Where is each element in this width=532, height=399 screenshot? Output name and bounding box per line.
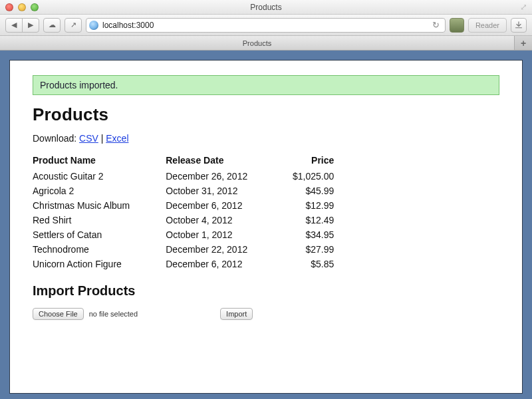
- viewport: Products imported. Products Download: CS…: [0, 51, 532, 399]
- table-row: Christmas Music Album December 6, 2012 $…: [33, 198, 340, 213]
- cell-price: $45.99: [279, 184, 341, 198]
- traffic-lights: [5, 3, 39, 11]
- table-row: Acoustic Guitar 2 December 26, 2012 $1,0…: [33, 169, 340, 184]
- cell-name: Red Shirt: [33, 213, 166, 227]
- download-icon: [515, 21, 523, 29]
- cell-name: Acoustic Guitar 2: [33, 169, 166, 184]
- file-status: no file selected: [89, 310, 138, 318]
- table-row: Red Shirt October 4, 2012 $12.49: [33, 213, 340, 227]
- cell-name: Christmas Music Album: [33, 198, 166, 213]
- page-title: Products: [33, 104, 499, 125]
- import-title: Import Products: [33, 283, 499, 299]
- window-titlebar: Products ⤢: [0, 0, 532, 15]
- url-text: localhost:3000: [102, 21, 154, 30]
- tab-label: Products: [243, 39, 271, 47]
- download-excel-link[interactable]: Excel: [106, 133, 128, 144]
- reload-button[interactable]: ↻: [430, 20, 442, 30]
- col-product-name: Product Name: [33, 153, 166, 169]
- tab-bar: Products +: [0, 36, 532, 51]
- address-bar[interactable]: localhost:3000 ↻: [86, 18, 446, 33]
- col-price: Price: [279, 153, 341, 169]
- download-label: Download:: [33, 133, 76, 144]
- table-row: Unicorn Action Figure December 6, 2012 $…: [33, 257, 340, 271]
- globe-icon: [89, 21, 98, 30]
- icloud-button[interactable]: ☁: [43, 18, 61, 33]
- cell-price: $5.85: [279, 257, 341, 271]
- cell-price: $12.99: [279, 198, 341, 213]
- cell-date: December 22, 2012: [166, 242, 279, 257]
- download-links: Download: CSV | Excel: [33, 133, 499, 144]
- import-form: Choose File no file selected Import: [33, 308, 499, 320]
- flash-notice: Products imported.: [33, 75, 499, 95]
- new-tab-button[interactable]: +: [515, 36, 532, 50]
- table-row: Settlers of Catan October 1, 2012 $34.95: [33, 227, 340, 242]
- products-table: Product Name Release Date Price Acoustic…: [33, 153, 340, 271]
- window-title: Products: [0, 3, 532, 12]
- back-button[interactable]: ◀: [5, 18, 23, 33]
- forward-button[interactable]: ▶: [22, 18, 39, 33]
- zoom-icon[interactable]: [31, 3, 39, 11]
- table-row: Technodrome December 22, 2012 $27.99: [33, 242, 340, 257]
- download-csv-link[interactable]: CSV: [79, 133, 98, 144]
- share-icon: ↗: [70, 21, 76, 29]
- minimize-icon[interactable]: [18, 3, 26, 11]
- plus-icon: +: [521, 38, 526, 49]
- reader-leaf-button[interactable]: [450, 18, 464, 33]
- choose-file-button[interactable]: Choose File: [33, 308, 84, 320]
- cell-name: Technodrome: [33, 242, 166, 257]
- table-header-row: Product Name Release Date Price: [33, 153, 340, 169]
- fullscreen-icon[interactable]: ⤢: [520, 2, 529, 11]
- reader-label: Reader: [475, 21, 499, 29]
- cell-name: Unicorn Action Figure: [33, 257, 166, 271]
- cell-date: October 4, 2012: [166, 213, 279, 227]
- cell-price: $34.95: [279, 227, 341, 242]
- cell-price: $12.49: [279, 213, 341, 227]
- cell-name: Settlers of Catan: [33, 227, 166, 242]
- browser-toolbar: ◀ ▶ ☁ ↗ localhost:3000 ↻ Reader: [0, 15, 532, 36]
- cell-date: October 1, 2012: [166, 227, 279, 242]
- tab-products[interactable]: Products: [0, 36, 515, 50]
- cell-date: December 6, 2012: [166, 198, 279, 213]
- share-button[interactable]: ↗: [65, 18, 82, 33]
- downloads-button[interactable]: [511, 18, 527, 33]
- chevron-left-icon: ◀: [11, 21, 17, 29]
- cell-name: Agricola 2: [33, 184, 166, 198]
- page-content: Products imported. Products Download: CS…: [9, 60, 523, 394]
- cell-price: $1,025.00: [279, 169, 341, 184]
- reader-button[interactable]: Reader: [468, 18, 507, 33]
- cell-date: October 31, 2012: [166, 184, 279, 198]
- import-button[interactable]: Import: [220, 308, 253, 320]
- cell-price: $27.99: [279, 242, 341, 257]
- table-row: Agricola 2 October 31, 2012 $45.99: [33, 184, 340, 198]
- close-icon[interactable]: [5, 3, 13, 11]
- cell-date: December 6, 2012: [166, 257, 279, 271]
- cloud-icon: ☁: [49, 21, 56, 29]
- cell-date: December 26, 2012: [166, 169, 279, 184]
- flash-message: Products imported.: [40, 80, 118, 90]
- col-release-date: Release Date: [166, 153, 279, 169]
- chevron-right-icon: ▶: [28, 21, 33, 29]
